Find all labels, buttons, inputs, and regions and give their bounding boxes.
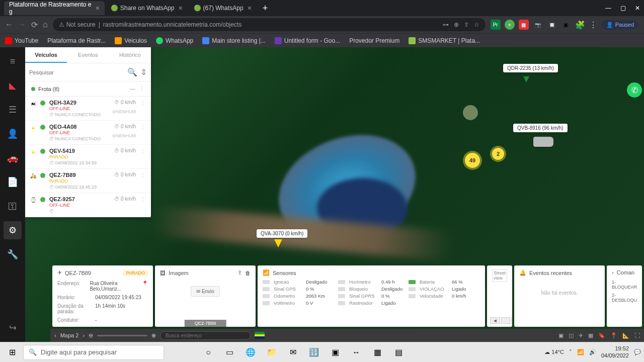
close-icon[interactable]: × xyxy=(178,4,182,12)
map-marker-label[interactable]: QVA-3070 (0 km/h) xyxy=(257,229,307,238)
map-label[interactable]: Mapa 2 xyxy=(60,332,79,338)
bookmark-item[interactable]: SMSMARKET | Plata... xyxy=(409,37,480,44)
bookmark-icon[interactable]: 🔖 xyxy=(598,332,605,339)
clock-date[interactable]: 04/09/2022 xyxy=(601,352,629,359)
ext-icon[interactable]: ▦ xyxy=(519,20,529,30)
address-search[interactable] xyxy=(160,331,251,340)
new-tab-button[interactable]: + xyxy=(258,3,273,14)
translate-icon[interactable]: ⊕ xyxy=(454,21,459,28)
category-icon[interactable]: ▦ xyxy=(588,332,593,339)
browser-tab[interactable]: 🟢 (67) WhatsApp× xyxy=(189,1,257,15)
streetview-label[interactable]: Street view xyxy=(492,269,507,282)
list-icon[interactable]: ☰ xyxy=(4,101,22,119)
forward-icon[interactable]: → xyxy=(18,20,26,29)
clock-time[interactable]: 19:52 xyxy=(601,345,629,352)
url-input[interactable]: ⚠ Not secure | rastromilrastreamento.unn… xyxy=(53,18,486,31)
gear-icon[interactable]: ⚙ xyxy=(4,221,22,239)
pager-next[interactable]: ► xyxy=(511,317,512,324)
mail-icon[interactable]: ✉ xyxy=(283,344,303,360)
start-button[interactable]: ⊞ xyxy=(3,344,21,360)
map-cluster[interactable]: 49 xyxy=(465,153,480,168)
close-icon[interactable]: × xyxy=(96,4,100,12)
tab-historico[interactable]: Histórico xyxy=(109,47,151,63)
compact-icon[interactable]: ⇕ xyxy=(140,67,147,77)
share-icon[interactable]: ⚿ xyxy=(4,197,22,215)
tab-eventos[interactable]: Eventos xyxy=(67,47,109,63)
minimize-icon[interactable]: — xyxy=(605,5,611,12)
bookmark-item[interactable]: WhatsApp xyxy=(156,37,193,44)
ext-icon[interactable]: ▣ xyxy=(561,20,571,30)
speaker-icon[interactable]: 🔊 xyxy=(589,349,596,355)
bookmark-item[interactable]: YouTube xyxy=(5,37,38,44)
bookmark-item[interactable]: Veiculos xyxy=(115,37,147,44)
logo-icon[interactable]: ◣ xyxy=(4,76,22,95)
wrench-icon[interactable]: 🔧 xyxy=(4,245,22,263)
users-icon[interactable]: 👤 xyxy=(4,125,22,143)
search-icon[interactable]: 🔍 xyxy=(127,67,137,77)
trash-icon[interactable]: 🗑 xyxy=(245,270,251,276)
hide-panel-icon[interactable]: ▣ xyxy=(558,332,564,339)
vehicle-list-item[interactable]: 🏍 QEH-3A29 OFF-LINE ⏱ NUNCA CONECTADO ⏱ … xyxy=(25,97,151,121)
vehicle-list-item[interactable]: ▲ QEV-5419 PARADO ⏱ 04/09/2022 19:34:59 … xyxy=(25,145,151,169)
more-icon[interactable]: ⋮ xyxy=(139,85,145,92)
close-icon[interactable]: × xyxy=(248,4,252,12)
app-icon[interactable]: ▣ xyxy=(325,344,345,360)
notifications-icon[interactable]: 💬 xyxy=(634,349,641,355)
taskview-icon[interactable]: ▭ xyxy=(219,344,239,360)
chevron-left-icon[interactable]: ‹ xyxy=(54,332,56,338)
search-input[interactable] xyxy=(29,69,124,75)
ext-icon[interactable]: Pr xyxy=(491,20,501,30)
key-icon[interactable]: ⊶ xyxy=(443,21,449,28)
more-icon[interactable]: ⋮ xyxy=(139,172,147,190)
upload-icon[interactable]: ⇪ xyxy=(237,269,242,276)
map-marker-label[interactable]: QVB-8916 (96 km/h) xyxy=(513,124,568,132)
zoom-slider[interactable] xyxy=(97,335,147,336)
zoom-out-icon[interactable]: ⊖ xyxy=(89,332,93,339)
more-icon[interactable]: ⋮ xyxy=(139,124,147,141)
more-icon[interactable]: ⋮ xyxy=(139,100,147,117)
home-icon[interactable]: ⌂ xyxy=(43,20,48,29)
send-button[interactable]: ✉ Envio xyxy=(191,286,220,297)
fullscreen-icon[interactable]: ⛶ xyxy=(634,332,640,339)
close-icon[interactable]: ✕ xyxy=(635,5,640,12)
windows-search[interactable]: 🔍 Digite aqui para pesquisar xyxy=(23,345,164,360)
map-marker-label[interactable]: QDR-2235 (13 km/h) xyxy=(503,64,558,72)
map-canvas[interactable]: Veículos Eventos Histórico 🔍 ⇕ Frota (8)… xyxy=(25,47,644,342)
app-icon[interactable]: ▤ xyxy=(388,344,409,360)
chevron-right-icon[interactable]: › xyxy=(612,269,614,276)
app-icon[interactable]: ▦ xyxy=(367,344,387,360)
teamviewer-icon[interactable]: ↔ xyxy=(346,344,366,360)
menu-icon[interactable]: ≡ xyxy=(4,52,22,70)
vehicle-list-item[interactable]: 🛵 QEZ-7B89 PARADO ⏱ 04/09/2022 19:45:23 … xyxy=(25,169,151,193)
fleet-header[interactable]: Frota (8) —⋮ xyxy=(25,81,151,97)
extensions-icon[interactable]: 🧩 xyxy=(575,20,585,30)
reload-icon[interactable]: ⟳ xyxy=(31,20,38,30)
zoom-in-icon[interactable]: ⊕ xyxy=(151,332,156,339)
bookmark-item[interactable]: Provedor Premium xyxy=(349,37,399,44)
vehicle-list-item[interactable]: ▲ QEO-4A08 OFF-LINE ⏱ NUNCA CONECTADO ⏱ … xyxy=(25,121,151,145)
share-icon[interactable]: ⇪ xyxy=(464,21,469,28)
cortana-icon[interactable]: ○ xyxy=(198,344,218,360)
document-icon[interactable]: 📄 xyxy=(4,173,22,191)
chrome-icon[interactable]: 🌐 xyxy=(240,344,261,360)
bookmark-item[interactable]: Plataforma de Rastr... xyxy=(47,37,106,44)
collapse-icon[interactable]: — xyxy=(130,85,135,92)
more-icon[interactable]: ⋮ xyxy=(139,196,147,214)
tab-veiculos[interactable]: Veículos xyxy=(25,47,67,63)
chevron-right-icon[interactable]: › xyxy=(83,332,85,338)
vehicles-icon[interactable]: 🚗 xyxy=(4,149,22,167)
map-cluster[interactable]: 2 xyxy=(492,148,504,160)
bookmark-item[interactable]: Untitled form - Goo... xyxy=(275,37,340,44)
browser-tab[interactable]: 🟢 Share on WhatsApp× xyxy=(106,1,188,15)
ext-icon[interactable]: 🔲 xyxy=(547,20,557,30)
pin-icon[interactable]: 📍 xyxy=(610,332,617,339)
whatsapp-fab[interactable]: ✆ xyxy=(627,82,642,98)
weather-widget[interactable]: ☁ 14°C xyxy=(544,349,564,355)
chevron-up-icon[interactable]: ˄ xyxy=(569,349,572,355)
browser-tab-active[interactable]: Plataforma de Rastreamento e g× xyxy=(4,1,105,15)
explorer-icon[interactable]: 📁 xyxy=(262,344,282,360)
layer-icon[interactable]: ◫ xyxy=(569,332,574,339)
wifi-icon[interactable]: 📶 xyxy=(577,349,584,355)
ruler-icon[interactable]: 📐 xyxy=(622,332,629,339)
flag-icon[interactable] xyxy=(255,332,265,339)
